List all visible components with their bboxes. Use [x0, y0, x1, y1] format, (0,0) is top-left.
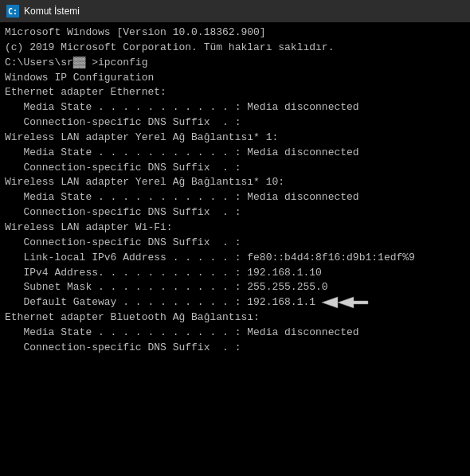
- terminal-line: Connection-specific DNS Suffix . :: [5, 236, 465, 251]
- terminal-line: Media State . . . . . . . . . . . : Medi…: [5, 100, 465, 115]
- cmd-icon: C:: [6, 5, 19, 18]
- terminal-line: Wireless LAN adapter Yerel Ağ Bağlantısı…: [5, 175, 465, 190]
- terminal-line: Connection-specific DNS Suffix . :: [5, 341, 465, 356]
- terminal-line: Subnet Mask . . . . . . . . . . . : 255.…: [5, 280, 465, 295]
- terminal-line: Ethernet adapter Ethernet:: [5, 85, 465, 100]
- terminal-line: IPv4 Address. . . . . . . . . . . : 192.…: [5, 266, 465, 281]
- terminal-line: (c) 2019 Microsoft Corporation. Tüm hakl…: [5, 41, 465, 56]
- svg-marker-3: [322, 297, 338, 308]
- terminal-line: Wireless LAN adapter Yerel Ağ Bağlantısı…: [5, 131, 465, 146]
- terminal-line: C:\Users\sr▓▓ >ipconfig: [5, 56, 465, 71]
- terminal-line: Connection-specific DNS Suffix . :: [5, 115, 465, 131]
- arrow-icon: [322, 297, 370, 309]
- terminal-line: Media State . . . . . . . . . . . : Medi…: [5, 326, 465, 341]
- terminal-line: Connection-specific DNS Suffix . :: [5, 161, 465, 176]
- title-bar-text: Komut İstemi: [24, 6, 80, 17]
- terminal-line: Media State . . . . . . . . . . . : Medi…: [5, 190, 465, 205]
- svg-text:C:: C:: [8, 7, 18, 16]
- terminal-line: Ethernet adapter Bluetooth Ağ Bağlantısı…: [5, 310, 465, 326]
- terminal-line: Connection-specific DNS Suffix . :: [5, 205, 465, 220]
- svg-marker-2: [338, 297, 368, 308]
- terminal-line: Wireless LAN adapter Wi-Fi:: [5, 220, 465, 236]
- terminal-content: Microsoft Windows [Version 10.0.18362.90…: [0, 22, 470, 476]
- terminal-line: Link-local IPv6 Address . . . . . : fe80…: [5, 251, 465, 266]
- gateway-line: Default Gateway . . . . . . . . . : 192.…: [5, 295, 465, 310]
- left-arrow-svg: [322, 295, 370, 310]
- terminal-line: Microsoft Windows [Version 10.0.18362.90…: [5, 25, 465, 41]
- title-bar: C: Komut İstemi: [0, 0, 470, 22]
- terminal-line: Media State . . . . . . . . . . . : Medi…: [5, 146, 465, 161]
- terminal-line: Windows IP Configuration: [5, 71, 465, 86]
